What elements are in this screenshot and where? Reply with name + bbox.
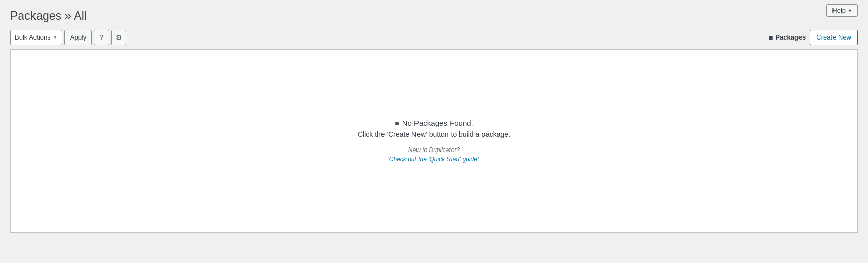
gear-icon-button[interactable]: ⚙ xyxy=(111,30,126,45)
page-wrapper: Help ▼ Packages » All Bulk Actions ▼ App… xyxy=(0,0,868,263)
toolbar: Bulk Actions ▼ Apply ? ⚙ ■ Packages xyxy=(0,26,868,49)
packages-icon: ■ xyxy=(769,33,773,42)
bottom-spacer xyxy=(0,233,868,241)
bulk-actions-select: Bulk Actions ▼ xyxy=(10,30,62,45)
page-title: Packages » All xyxy=(10,4,858,26)
help-label: Help xyxy=(832,7,846,14)
apply-button[interactable]: Apply xyxy=(64,30,92,45)
new-to-duplicator-text: New to Duplicator? xyxy=(408,146,460,154)
question-icon: ? xyxy=(100,33,103,41)
chevron-down-icon: ▼ xyxy=(53,34,58,40)
gear-icon: ⚙ xyxy=(116,33,122,42)
create-new-button[interactable]: Create New xyxy=(810,30,858,45)
content-area: ■ No Packages Found. Click the 'Create N… xyxy=(10,49,858,233)
content-inner: ■ No Packages Found. Click the 'Create N… xyxy=(11,50,857,232)
empty-state: ■ No Packages Found. Click the 'Create N… xyxy=(348,78,520,203)
quick-start-link[interactable]: Check out the 'Quick Start' guide! xyxy=(389,156,479,163)
packages-nav-label: ■ Packages xyxy=(769,33,806,42)
question-icon-button[interactable]: ? xyxy=(94,30,109,45)
packages-text: Packages xyxy=(775,33,806,41)
empty-packages-icon: ■ xyxy=(395,119,399,127)
help-chevron-icon: ▼ xyxy=(848,8,852,13)
help-button[interactable]: Help ▼ xyxy=(826,4,858,17)
empty-title: ■ No Packages Found. xyxy=(395,119,473,127)
bulk-actions-label: Bulk Actions xyxy=(15,33,51,41)
bulk-actions-button[interactable]: Bulk Actions ▼ xyxy=(10,30,62,45)
toolbar-right: ■ Packages Create New xyxy=(769,30,858,45)
page-header: Packages » All xyxy=(0,0,868,26)
toolbar-left: Bulk Actions ▼ Apply ? ⚙ xyxy=(10,30,126,45)
empty-subtitle: Click the 'Create New' button to build a… xyxy=(358,130,510,138)
